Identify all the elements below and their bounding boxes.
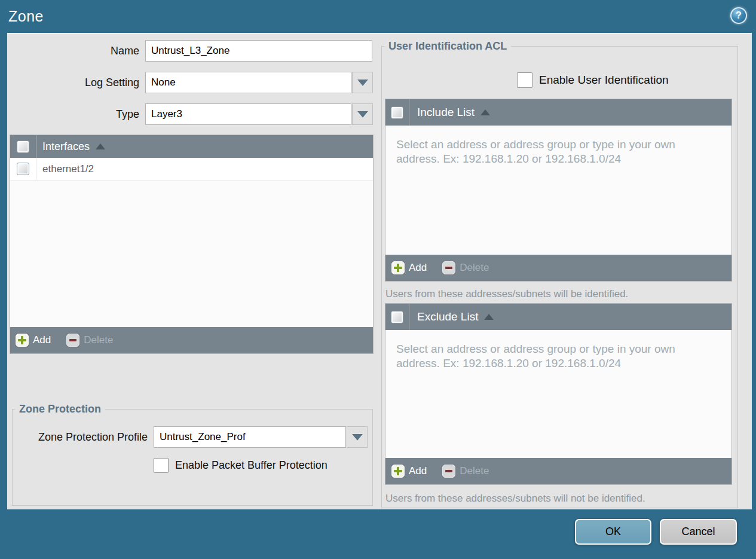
enable-user-identification-row: Enable User Identification <box>517 72 669 88</box>
packet-buffer-protection-row: Enable Packet Buffer Protection <box>154 458 372 473</box>
interfaces-table-body <box>10 181 373 327</box>
interfaces-toolbar: Add Delete <box>10 327 373 353</box>
type-dropdown-button[interactable] <box>352 103 373 125</box>
packet-buffer-protection-checkbox[interactable] <box>154 458 169 473</box>
exclude-list-column-header: Exclude List <box>417 310 478 323</box>
enable-user-identification-checkbox[interactable] <box>517 72 532 88</box>
delete-icon <box>66 334 79 347</box>
chevron-down-icon <box>352 434 363 441</box>
interfaces-delete-label: Delete <box>84 334 113 346</box>
include-list-select-all-checkbox[interactable] <box>391 106 403 119</box>
interfaces-delete-button[interactable]: Delete <box>66 334 113 347</box>
include-list-header[interactable]: Include List <box>385 99 731 126</box>
exclude-list-placeholder: Select an address or address group or ty… <box>385 330 731 458</box>
include-list-delete-button[interactable]: Delete <box>442 261 489 274</box>
exclude-list-add-button[interactable]: Add <box>391 465 427 478</box>
type-row: Type <box>7 103 381 125</box>
zone-protection-profile-label: Zone Protection Profile <box>13 431 148 444</box>
name-input[interactable] <box>145 40 372 62</box>
exclude-list-toolbar: Add Delete <box>385 458 731 484</box>
log-setting-dropdown-button[interactable] <box>352 72 373 93</box>
chevron-down-icon <box>357 80 368 86</box>
zone-protection-profile-row: Zone Protection Profile <box>13 426 372 448</box>
sort-ascending-icon <box>480 109 490 115</box>
include-list-table: Include List Select an address or addres… <box>385 99 732 282</box>
log-setting-label: Log Setting <box>7 77 139 89</box>
add-icon <box>16 334 29 347</box>
exclude-list-delete-button[interactable]: Delete <box>442 465 489 478</box>
include-list-toolbar: Add Delete <box>385 255 731 281</box>
add-icon <box>391 261 405 274</box>
dialog-body: Name Log Setting Type <box>7 33 752 509</box>
delete-icon <box>442 465 455 478</box>
zone-protection-profile-input[interactable] <box>154 426 346 448</box>
packet-buffer-protection-label: Enable Packet Buffer Protection <box>175 459 328 472</box>
enable-user-identification-label: Enable User Identification <box>539 74 669 87</box>
delete-icon <box>442 261 455 274</box>
user-identification-acl-section: User Identification ACL Enable User Iden… <box>381 40 738 508</box>
interfaces-select-all-cell <box>10 135 36 158</box>
interfaces-column-header: Interfaces <box>42 140 90 153</box>
help-icon[interactable]: ? <box>730 7 747 24</box>
sort-ascending-icon <box>484 314 494 320</box>
zone-form: Name Log Setting Type <box>7 40 381 135</box>
ok-button[interactable]: OK <box>575 519 651 545</box>
include-list-select-all-cell <box>385 99 409 126</box>
cancel-button[interactable]: Cancel <box>660 519 737 545</box>
interface-row-label: ethernet1/2 <box>42 163 94 175</box>
log-setting-input[interactable] <box>145 72 351 93</box>
type-input[interactable] <box>145 103 351 125</box>
include-list-placeholder: Select an address or address group or ty… <box>385 126 731 255</box>
user-identification-acl-legend: User Identification ACL <box>384 40 511 53</box>
exclude-list-note: Users from these addresses/subnets will … <box>385 493 645 505</box>
exclude-list-add-label: Add <box>409 465 427 477</box>
chevron-down-icon <box>357 111 368 118</box>
name-row: Name <box>7 40 381 62</box>
exclude-list-select-all-cell <box>385 304 409 330</box>
zone-protection-legend: Zone Protection <box>15 403 105 416</box>
name-label: Name <box>7 45 139 57</box>
zone-protection-profile-dropdown-button[interactable] <box>347 426 368 448</box>
interfaces-add-label: Add <box>33 334 51 346</box>
sort-ascending-icon <box>96 143 105 149</box>
include-list-add-label: Add <box>409 262 427 274</box>
interfaces-select-all-checkbox[interactable] <box>17 140 29 153</box>
exclude-list-select-all-checkbox[interactable] <box>391 311 403 323</box>
dialog-title: Zone <box>8 8 44 25</box>
include-list-column-header: Include List <box>417 106 475 119</box>
include-list-delete-label: Delete <box>460 262 489 274</box>
dialog-titlebar: Zone ? <box>0 0 756 33</box>
interfaces-table-header[interactable]: Interfaces <box>10 135 373 158</box>
add-icon <box>391 465 405 478</box>
exclude-list-header[interactable]: Exclude List <box>385 304 731 330</box>
interfaces-table: Interfaces ethernet1/2 Add Delete <box>10 135 374 354</box>
exclude-list-table: Exclude List Select an address or addres… <box>385 303 732 485</box>
log-setting-row: Log Setting <box>7 72 381 93</box>
exclude-list-delete-label: Delete <box>460 465 489 477</box>
interface-row[interactable]: ethernet1/2 <box>10 158 373 181</box>
interface-row-checkbox[interactable] <box>17 163 29 175</box>
zone-protection-section: Zone Protection Zone Protection Profile … <box>12 403 373 506</box>
interface-row-checkbox-cell <box>10 158 36 180</box>
type-label: Type <box>7 108 139 121</box>
interfaces-add-button[interactable]: Add <box>16 334 51 347</box>
zone-dialog: Zone ? Name Log Setting Type <box>0 0 756 559</box>
include-list-note: Users from these addresses/subnets will … <box>385 288 628 300</box>
include-list-add-button[interactable]: Add <box>391 261 427 274</box>
